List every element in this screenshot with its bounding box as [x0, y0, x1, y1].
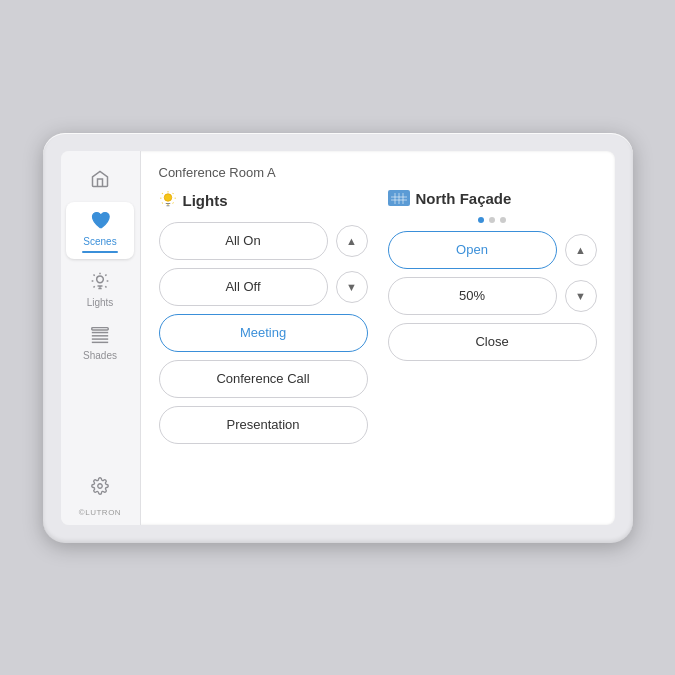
sidebar-item-shades[interactable]: Shades — [66, 318, 134, 367]
open-button[interactable]: Open — [388, 231, 557, 269]
gear-icon — [91, 477, 109, 498]
meeting-button[interactable]: Meeting — [159, 314, 368, 352]
close-row: Close — [388, 323, 597, 361]
svg-point-6 — [98, 483, 103, 488]
heart-icon — [90, 210, 110, 233]
sidebar-item-lights[interactable]: Lights — [66, 263, 134, 314]
lights-column-icon — [159, 190, 177, 212]
all-off-down-chevron[interactable]: ▼ — [336, 271, 368, 303]
lights-icon — [90, 271, 110, 294]
active-indicator — [82, 251, 118, 253]
north-facade-column-title: North Façade — [416, 190, 512, 207]
open-up-chevron[interactable]: ▲ — [565, 234, 597, 266]
all-on-button[interactable]: All On — [159, 222, 328, 260]
device-frame: Scenes Lights — [43, 133, 633, 543]
svg-point-0 — [97, 276, 104, 283]
fifty-percent-row: 50% ▼ — [388, 277, 597, 315]
shades-label: Shades — [83, 350, 117, 361]
conference-call-button[interactable]: Conference Call — [159, 360, 368, 398]
screen: Scenes Lights — [61, 151, 615, 525]
shades-icon — [90, 326, 110, 347]
lights-column: Lights All On ▲ All Off ▼ Meeting — [159, 190, 368, 511]
sidebar-item-settings[interactable] — [66, 469, 134, 504]
svg-point-7 — [164, 193, 172, 201]
dot-3 — [500, 217, 506, 223]
lights-label: Lights — [87, 297, 114, 308]
all-on-up-chevron[interactable]: ▲ — [336, 225, 368, 257]
main-content: Conference Room A Lights — [141, 151, 615, 525]
svg-rect-1 — [92, 327, 108, 329]
all-off-button[interactable]: All Off — [159, 268, 328, 306]
north-facade-icon — [388, 190, 410, 206]
all-on-row: All On ▲ — [159, 222, 368, 260]
close-button[interactable]: Close — [388, 323, 597, 361]
meeting-row: Meeting — [159, 314, 368, 352]
fifty-percent-down-chevron[interactable]: ▼ — [565, 280, 597, 312]
north-facade-column: North Façade Open ▲ 50% — [388, 190, 597, 511]
dot-1 — [478, 217, 484, 223]
all-off-row: All Off ▼ — [159, 268, 368, 306]
lights-column-header: Lights — [159, 190, 368, 212]
fifty-percent-button[interactable]: 50% — [388, 277, 557, 315]
presentation-row: Presentation — [159, 406, 368, 444]
pagination-dots — [388, 217, 597, 223]
columns-container: Lights All On ▲ All Off ▼ Meeting — [159, 190, 597, 511]
lights-column-title: Lights — [183, 192, 228, 209]
presentation-button[interactable]: Presentation — [159, 406, 368, 444]
room-title: Conference Room A — [159, 165, 597, 180]
scenes-label: Scenes — [83, 236, 116, 247]
home-icon — [90, 169, 110, 192]
lutron-logo: ©LUTRON — [79, 508, 121, 525]
conference-call-row: Conference Call — [159, 360, 368, 398]
sidebar-item-home[interactable] — [66, 161, 134, 198]
sidebar: Scenes Lights — [61, 151, 141, 525]
dot-2 — [489, 217, 495, 223]
north-facade-column-header: North Façade — [388, 190, 597, 207]
open-row: Open ▲ — [388, 231, 597, 269]
sidebar-item-scenes[interactable]: Scenes — [66, 202, 134, 259]
